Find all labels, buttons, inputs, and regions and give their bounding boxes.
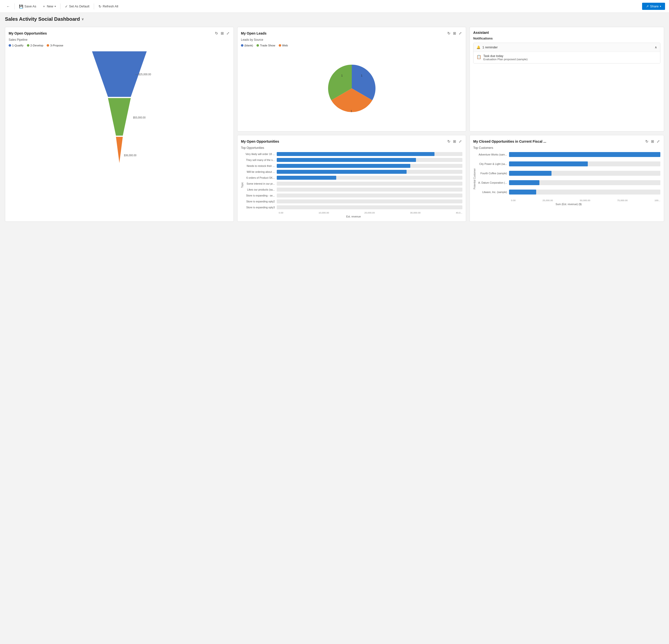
pie-chart: 1 1 1 (241, 49, 462, 128)
set-default-button[interactable]: ✓ Set As Default (62, 3, 92, 10)
page-title[interactable]: Sales Activity Social Dashboard ∨ (5, 16, 664, 22)
closed-opp-x-axis-label: Sum (Est. revenue) ($) (477, 203, 660, 205)
bar-row-9: Store is expanding opty3 (245, 205, 462, 209)
back-button[interactable]: ← (4, 3, 12, 10)
closed-opp-y-axis-label: Potential Customer (473, 168, 476, 189)
share-label: Share (650, 4, 659, 8)
funnel-label-qualify: — $25,000.00 (135, 73, 151, 76)
legend-propose: 3-Propose (47, 44, 63, 47)
closed-bar-track-4 (509, 189, 660, 195)
legend-tradeshow-label: Trade Show (260, 44, 275, 47)
bar-fill-2 (277, 164, 410, 168)
top-opp-x-axis: 0.00 10,000.00 20,000.00 30,000.00 40,0.… (245, 211, 462, 214)
task-label: Task due today (483, 54, 528, 58)
bar-track-5 (277, 182, 462, 186)
widget-top-opp-export-btn[interactable]: ⊞ (453, 139, 457, 144)
toolbar-divider-3 (94, 3, 94, 9)
task-icon: 📋 (476, 55, 481, 59)
bar-label-3: Will be ordering about ... (245, 170, 277, 173)
task-detail: Evaluation Plan proposed (sample) (483, 58, 528, 61)
reminder-title-row[interactable]: 🔔 1 reminder ∧ (473, 43, 660, 52)
reminder-chevron-icon: ∧ (655, 45, 657, 49)
widget-closed-opportunities: My Closed Opportunities in Current Fisca… (470, 135, 664, 221)
toolbar-left: ← 💾 Save As ＋ New ▾ ✓ Set As Default ↻ R… (4, 3, 121, 10)
closed-x-tick-1: 25,000.00 (543, 199, 553, 202)
bar-label-8: Store is expanding opty2 (245, 200, 277, 203)
funnel-label-propose: $36,000.00 (124, 154, 137, 157)
widget-open-leads-expand-btn[interactable]: ⤢ (458, 31, 462, 36)
pie-label-1: 1 (361, 74, 362, 77)
bar-track-0 (277, 152, 462, 156)
closed-bar-track-3 (509, 180, 660, 185)
widget-open-opportunities-expand-btn[interactable]: ⤢ (226, 31, 230, 36)
legend-web-dot (279, 44, 281, 47)
page-title-chevron-icon: ∨ (82, 17, 84, 21)
closed-bar-label-2: Fourth Coffee (sample) (477, 172, 509, 175)
closed-bar-fill-4 (509, 189, 536, 195)
pie-label-3: 1 (351, 110, 352, 113)
funnel-svg: — $25,000.00 $55,000.00 $36,000.00 (9, 51, 230, 170)
closed-opp-bars: Adventure Works (sam... City Power & Lig… (477, 152, 660, 205)
bar-track-3 (277, 170, 462, 174)
share-button[interactable]: ↗ Share ▾ (642, 3, 665, 10)
closed-bar-fill-2 (509, 171, 552, 176)
widget-top-opp-refresh-btn[interactable]: ↻ (447, 139, 451, 144)
page-title-text: Sales Activity Social Dashboard (5, 16, 80, 22)
save-as-label: Save As (25, 4, 36, 8)
legend-tradeshow-dot (256, 44, 259, 47)
widget-open-opportunities-refresh-btn[interactable]: ↻ (215, 31, 219, 36)
funnel-label-develop: $55,000.00 (133, 116, 146, 119)
widget-open-leads: My Open Leads ↻ ⊞ ⤢ Leads by Source (bla… (237, 27, 466, 132)
refresh-all-button[interactable]: ↻ Refresh All (96, 3, 121, 10)
funnel-chart: — $25,000.00 $55,000.00 $36,000.00 (9, 49, 230, 172)
widget-open-leads-subtitle: Leads by Source (241, 38, 462, 42)
closed-bar-row-3: A. Datum Corporation (... (477, 180, 660, 185)
bar-row-3: Will be ordering about ... (245, 170, 462, 174)
bar-track-6 (277, 188, 462, 191)
legend-develop-dot (27, 44, 29, 47)
bar-row-4: 6 orders of Product SK... (245, 176, 462, 180)
bar-row-1: They sell many of the s... (245, 158, 462, 162)
widget-closed-opp-export-btn[interactable]: ⊞ (651, 139, 655, 144)
widget-open-leads-refresh-btn[interactable]: ↻ (447, 31, 451, 36)
reminder-item: 📋 Task due today Evaluation Plan propose… (476, 54, 657, 61)
widget-top-opp-expand-btn[interactable]: ⤢ (458, 139, 462, 144)
new-button[interactable]: ＋ New ▾ (40, 3, 58, 10)
closed-x-tick-2: 50,000.00 (580, 199, 590, 202)
widget-open-opportunities-export-btn[interactable]: ⊞ (220, 31, 224, 36)
bar-track-4 (277, 176, 462, 180)
widget-closed-opp-expand-btn[interactable]: ⤢ (656, 139, 660, 144)
closed-bar-fill-3 (509, 180, 539, 185)
widget-closed-opportunities-actions: ↻ ⊞ ⤢ (645, 139, 660, 144)
bar-row-2: Needs to restock their ... (245, 164, 462, 168)
closed-x-tick-4: 100... (654, 199, 660, 202)
bar-fill-4 (277, 176, 336, 180)
widget-assistant-title: Assistant (473, 31, 489, 34)
notifications-header: Notifications (473, 37, 660, 40)
closed-x-tick-3: 75,000.00 (617, 199, 627, 202)
toolbar: ← 💾 Save As ＋ New ▾ ✓ Set As Default ↻ R… (0, 0, 669, 13)
bar-row-6: Likes our products (sa... (245, 188, 462, 191)
widget-top-opportunities-subtitle: Top Opportunities (241, 146, 462, 149)
widget-open-opportunities-title: My Open Opportunities (9, 31, 47, 35)
closed-bar-track-0 (509, 152, 660, 157)
top-opportunities-chart: Topic Very likely will order 18 ... They… (241, 152, 462, 218)
save-as-button[interactable]: 💾 Save As (16, 3, 39, 10)
refresh-all-label: Refresh All (103, 4, 118, 8)
refresh-icon: ↻ (99, 4, 101, 9)
closed-bar-label-0: Adventure Works (sam... (477, 153, 509, 156)
x-tick-1: 10,000.00 (319, 211, 329, 214)
closed-bar-track-2 (509, 171, 660, 176)
closed-opportunities-chart: Potential Customer Adventure Works (sam.… (473, 152, 660, 205)
bar-label-1: They sell many of the s... (245, 158, 277, 161)
x-tick-0: 0.00 (279, 211, 283, 214)
legend-tradeshow: Trade Show (256, 44, 275, 47)
widget-open-leads-export-btn[interactable]: ⊞ (453, 31, 457, 36)
bell-icon: 🔔 (476, 45, 480, 49)
widget-assistant: Assistant Notifications 🔔 1 reminder ∧ 📋… (470, 27, 664, 132)
reminder-title-left: 🔔 1 reminder (476, 45, 498, 49)
legend-qualify-label: 1-Qualify (12, 44, 24, 47)
x-tick-4: 40,0... (456, 211, 462, 214)
bar-fill-3 (277, 170, 407, 174)
widget-closed-opp-refresh-btn[interactable]: ↻ (645, 139, 649, 144)
